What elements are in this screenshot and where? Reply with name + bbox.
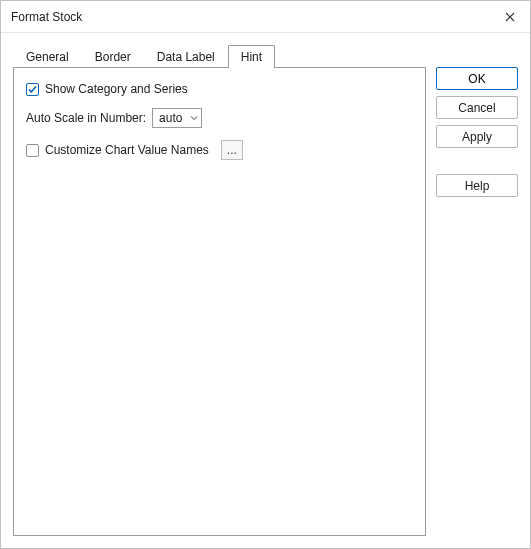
cancel-button[interactable]: Cancel (436, 96, 518, 119)
custom-names-row: Customize Chart Value Names ... (26, 140, 413, 160)
auto-scale-row: Auto Scale in Number: auto (26, 108, 413, 128)
button-label: Help (465, 179, 490, 193)
chevron-down-icon (190, 114, 198, 122)
dialog-body: General Border Data Label Hint Show Cate… (1, 33, 530, 548)
custom-names-checkbox[interactable] (26, 144, 39, 157)
show-category-checkbox[interactable] (26, 83, 39, 96)
show-category-label: Show Category and Series (45, 82, 188, 96)
help-button[interactable]: Help (436, 174, 518, 197)
tab-column: General Border Data Label Hint Show Cate… (13, 43, 426, 536)
button-label: Cancel (458, 101, 495, 115)
hint-panel: Show Category and Series Auto Scale in N… (13, 67, 426, 536)
auto-scale-label: Auto Scale in Number: (26, 111, 146, 125)
custom-names-more-button[interactable]: ... (221, 140, 243, 160)
window-title: Format Stock (11, 10, 82, 24)
checkmark-icon (27, 84, 38, 95)
tab-label: Hint (241, 50, 262, 64)
button-label: Apply (462, 130, 492, 144)
auto-scale-select[interactable]: auto (152, 108, 202, 128)
auto-scale-value: auto (159, 111, 182, 125)
tab-label: General (26, 50, 69, 64)
apply-button[interactable]: Apply (436, 125, 518, 148)
tab-label: Border (95, 50, 131, 64)
tabbar: General Border Data Label Hint (13, 43, 426, 67)
custom-names-label: Customize Chart Value Names (45, 143, 209, 157)
tab-general[interactable]: General (13, 45, 82, 68)
button-spacer (436, 154, 518, 168)
tab-border[interactable]: Border (82, 45, 144, 68)
show-category-row: Show Category and Series (26, 82, 413, 96)
titlebar: Format Stock (1, 1, 530, 33)
tab-hint[interactable]: Hint (228, 45, 275, 68)
tab-label: Data Label (157, 50, 215, 64)
tab-data-label[interactable]: Data Label (144, 45, 228, 68)
close-button[interactable] (490, 1, 530, 33)
button-label: OK (468, 72, 485, 86)
ellipsis-label: ... (227, 143, 237, 157)
ok-button[interactable]: OK (436, 67, 518, 90)
close-icon (505, 12, 515, 22)
button-column: OK Cancel Apply Help (436, 43, 518, 536)
